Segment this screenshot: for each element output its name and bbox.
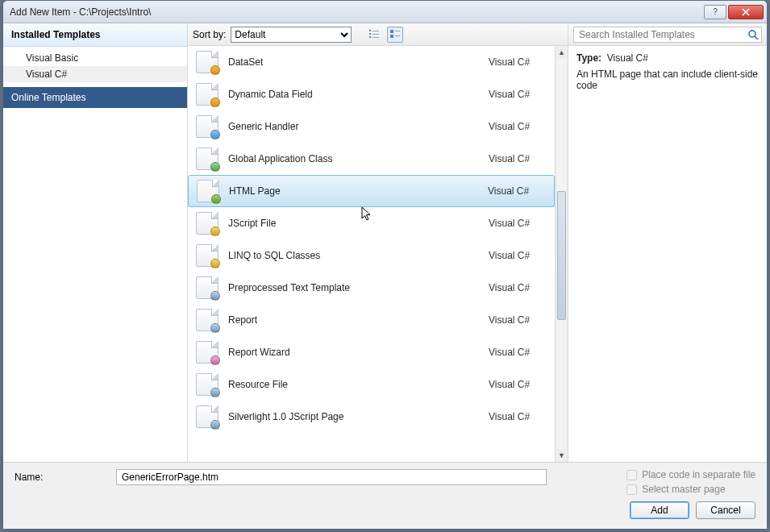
name-label: Name: <box>15 472 108 483</box>
template-row[interactable]: Silverlight 1.0 JScript PageVisual C# <box>188 401 555 433</box>
report-icon <box>196 309 219 331</box>
sort-by-label: Sort by: <box>193 29 226 40</box>
template-category: Visual C# <box>489 314 547 326</box>
left-rail: Installed Templates Visual Basic Visual … <box>3 23 187 462</box>
sidebar-item-visual-csharp[interactable]: Visual C# <box>3 66 187 82</box>
detail-panel: Type: Visual C# An HTML page that can in… <box>568 46 767 462</box>
add-new-item-dialog: Add New Item - C:\Projects\Intro\ ? Inst… <box>2 0 768 530</box>
place-code-separate-check: Place code in separate file <box>626 469 755 480</box>
svg-rect-5 <box>373 34 379 35</box>
silverlight-icon <box>196 405 219 428</box>
template-category: Visual C# <box>489 282 547 293</box>
template-label: Generic Handler <box>228 121 489 132</box>
template-label: Report Wizard <box>228 347 489 358</box>
right-pane: Type: Visual C# An HTML page that can in… <box>568 23 767 462</box>
template-list[interactable]: DataSetVisual C#Dynamic Data FieldVisual… <box>188 46 555 462</box>
scroll-thumb[interactable] <box>557 191 566 320</box>
detail-description: An HTML page that can include client-sid… <box>576 69 759 91</box>
svg-point-11 <box>749 31 755 37</box>
dataset-icon <box>196 51 219 73</box>
template-label: Resource File <box>228 379 489 390</box>
template-row[interactable]: Dynamic Data FieldVisual C# <box>188 78 555 110</box>
toolbar: Sort by: Default <box>188 23 568 46</box>
svg-rect-6 <box>373 37 379 38</box>
scroll-down-arrow[interactable]: ▼ <box>556 449 568 462</box>
template-category: Visual C# <box>489 153 547 164</box>
window-title: Add New Item - C:\Projects\Intro\ <box>10 6 702 18</box>
template-label: Dynamic Data Field <box>228 89 489 100</box>
template-category: Visual C# <box>489 56 547 68</box>
template-row[interactable]: JScript FileVisual C# <box>188 207 555 239</box>
html-page-icon <box>197 180 219 202</box>
name-input[interactable] <box>116 469 547 485</box>
titlebar[interactable]: Add New Item - C:\Projects\Intro\ ? <box>3 1 767 23</box>
template-category: Visual C# <box>489 347 547 358</box>
svg-rect-3 <box>369 36 371 38</box>
svg-rect-7 <box>390 30 393 33</box>
template-label: HTML Page <box>229 185 488 197</box>
template-language-tree: Visual Basic Visual C# <box>3 47 187 85</box>
search-input[interactable] <box>573 27 762 43</box>
template-label: DataSet <box>228 56 489 68</box>
close-button[interactable] <box>728 5 764 19</box>
template-row[interactable]: Resource FileVisual C# <box>188 368 555 401</box>
template-row[interactable]: Preprocessed Text TemplateVisual C# <box>188 272 555 304</box>
detail-type-label: Type: <box>576 52 601 64</box>
template-row[interactable]: ReportVisual C# <box>188 304 555 336</box>
template-label: Report <box>228 314 489 326</box>
view-medium-icons-button[interactable] <box>387 27 403 43</box>
svg-rect-4 <box>373 31 379 31</box>
cancel-button[interactable]: Cancel <box>696 501 755 519</box>
template-category: Visual C# <box>489 379 547 390</box>
template-row[interactable]: Global Application ClassVisual C# <box>188 143 555 175</box>
template-row[interactable]: DataSetVisual C# <box>188 46 555 78</box>
template-category: Visual C# <box>489 218 547 229</box>
handler-icon <box>196 115 219 138</box>
center-column: Sort by: Default DataSetVisual C#Dynamic… <box>187 23 568 462</box>
installed-templates-header: Installed Templates <box>3 23 187 47</box>
detail-type-value: Visual C# <box>607 52 648 64</box>
template-category: Visual C# <box>489 250 547 261</box>
jscript-icon <box>196 212 219 235</box>
template-row[interactable]: LINQ to SQL ClassesVisual C# <box>188 239 555 272</box>
template-label: Preprocessed Text Template <box>228 282 489 293</box>
text-template-icon <box>196 276 219 299</box>
search-row <box>568 23 767 46</box>
help-button[interactable]: ? <box>704 5 726 19</box>
svg-rect-9 <box>395 31 400 31</box>
report-wizard-icon <box>196 341 219 364</box>
svg-rect-8 <box>390 35 393 38</box>
select-master-page-check: Select master page <box>626 484 755 495</box>
svg-text:?: ? <box>713 7 718 16</box>
template-row[interactable]: Generic HandlerVisual C# <box>188 110 555 143</box>
template-label: Silverlight 1.0 JScript Page <box>228 411 489 422</box>
sidebar-item-visual-basic[interactable]: Visual Basic <box>3 50 187 66</box>
template-label: JScript File <box>228 218 489 229</box>
scroll-up-arrow[interactable]: ▲ <box>556 46 568 59</box>
view-small-icons-button[interactable] <box>366 27 382 43</box>
select-master-page-checkbox <box>626 484 637 495</box>
list-scrollbar[interactable]: ▲ ▼ <box>555 46 568 462</box>
dynamic-data-icon <box>196 83 219 106</box>
online-templates[interactable]: Online Templates <box>3 87 187 108</box>
svg-rect-10 <box>395 35 400 36</box>
svg-line-12 <box>755 36 758 39</box>
svg-rect-1 <box>369 30 371 31</box>
template-category: Visual C# <box>489 89 547 100</box>
bottom-panel: Name: Place code in separate file Select… <box>3 462 767 529</box>
template-label: Global Application Class <box>228 153 489 164</box>
template-category: Visual C# <box>489 411 547 422</box>
global-app-icon <box>196 148 219 170</box>
template-label: LINQ to SQL Classes <box>228 250 489 261</box>
place-code-separate-checkbox <box>626 470 637 480</box>
template-row[interactable]: HTML PageVisual C# <box>188 175 555 207</box>
sort-by-dropdown[interactable]: Default <box>231 27 352 43</box>
svg-rect-2 <box>369 33 371 35</box>
template-row[interactable]: Report WizardVisual C# <box>188 336 555 368</box>
search-icon <box>747 28 760 41</box>
linq-icon <box>196 244 219 267</box>
add-button[interactable]: Add <box>630 501 689 519</box>
resource-icon <box>196 373 219 396</box>
template-category: Visual C# <box>489 121 547 132</box>
template-category: Visual C# <box>488 185 546 197</box>
